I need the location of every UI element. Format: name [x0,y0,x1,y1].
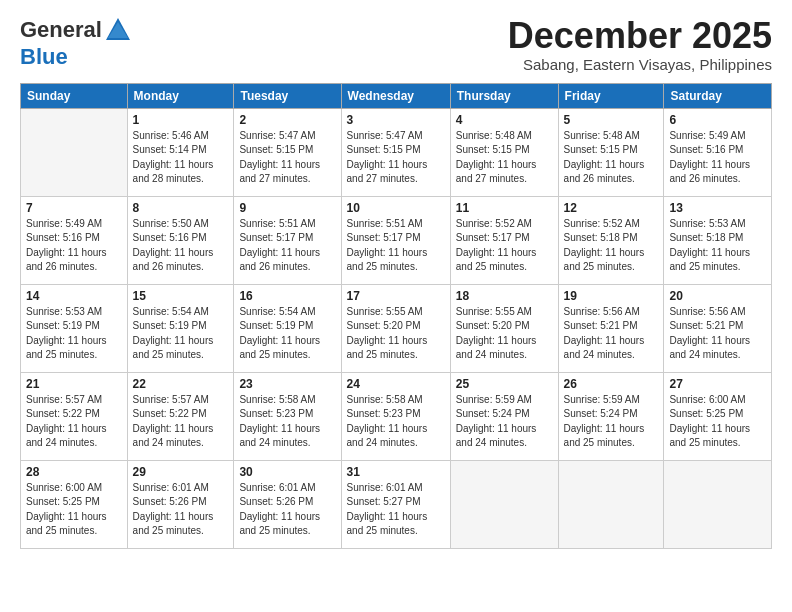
subtitle: Sabang, Eastern Visayas, Philippines [508,56,772,73]
calendar-cell: 3Sunrise: 5:47 AM Sunset: 5:15 PM Daylig… [341,108,450,196]
day-detail: Sunrise: 5:51 AM Sunset: 5:17 PM Dayligh… [347,217,445,275]
day-number: 31 [347,465,445,479]
weekday-header-sunday: Sunday [21,83,128,108]
calendar-cell [558,460,664,548]
day-detail: Sunrise: 5:54 AM Sunset: 5:19 PM Dayligh… [133,305,229,363]
calendar-week-row: 14Sunrise: 5:53 AM Sunset: 5:19 PM Dayli… [21,284,772,372]
logo-general-text: General [20,19,102,41]
day-detail: Sunrise: 5:55 AM Sunset: 5:20 PM Dayligh… [456,305,553,363]
day-number: 24 [347,377,445,391]
calendar-week-row: 7Sunrise: 5:49 AM Sunset: 5:16 PM Daylig… [21,196,772,284]
day-detail: Sunrise: 5:51 AM Sunset: 5:17 PM Dayligh… [239,217,335,275]
day-detail: Sunrise: 5:57 AM Sunset: 5:22 PM Dayligh… [26,393,122,451]
weekday-header-row: SundayMondayTuesdayWednesdayThursdayFrid… [21,83,772,108]
day-number: 20 [669,289,766,303]
day-number: 14 [26,289,122,303]
day-number: 15 [133,289,229,303]
day-number: 4 [456,113,553,127]
calendar-cell: 5Sunrise: 5:48 AM Sunset: 5:15 PM Daylig… [558,108,664,196]
day-detail: Sunrise: 5:59 AM Sunset: 5:24 PM Dayligh… [456,393,553,451]
calendar-cell [21,108,128,196]
calendar-cell [664,460,772,548]
calendar-cell [450,460,558,548]
calendar-cell: 30Sunrise: 6:01 AM Sunset: 5:26 PM Dayli… [234,460,341,548]
day-number: 3 [347,113,445,127]
day-number: 29 [133,465,229,479]
title-block: December 2025 Sabang, Eastern Visayas, P… [508,16,772,73]
logo: General Blue [20,16,132,70]
day-detail: Sunrise: 5:49 AM Sunset: 5:16 PM Dayligh… [26,217,122,275]
calendar-cell: 17Sunrise: 5:55 AM Sunset: 5:20 PM Dayli… [341,284,450,372]
calendar-cell: 10Sunrise: 5:51 AM Sunset: 5:17 PM Dayli… [341,196,450,284]
calendar-cell: 25Sunrise: 5:59 AM Sunset: 5:24 PM Dayli… [450,372,558,460]
day-detail: Sunrise: 5:50 AM Sunset: 5:16 PM Dayligh… [133,217,229,275]
weekday-header-monday: Monday [127,83,234,108]
day-detail: Sunrise: 5:57 AM Sunset: 5:22 PM Dayligh… [133,393,229,451]
day-detail: Sunrise: 6:00 AM Sunset: 5:25 PM Dayligh… [669,393,766,451]
day-detail: Sunrise: 5:49 AM Sunset: 5:16 PM Dayligh… [669,129,766,187]
calendar-cell: 9Sunrise: 5:51 AM Sunset: 5:17 PM Daylig… [234,196,341,284]
calendar-cell: 28Sunrise: 6:00 AM Sunset: 5:25 PM Dayli… [21,460,128,548]
calendar-cell: 2Sunrise: 5:47 AM Sunset: 5:15 PM Daylig… [234,108,341,196]
day-number: 5 [564,113,659,127]
calendar-week-row: 21Sunrise: 5:57 AM Sunset: 5:22 PM Dayli… [21,372,772,460]
day-detail: Sunrise: 5:52 AM Sunset: 5:18 PM Dayligh… [564,217,659,275]
calendar-cell: 15Sunrise: 5:54 AM Sunset: 5:19 PM Dayli… [127,284,234,372]
day-number: 19 [564,289,659,303]
day-number: 2 [239,113,335,127]
day-detail: Sunrise: 5:56 AM Sunset: 5:21 PM Dayligh… [669,305,766,363]
day-number: 22 [133,377,229,391]
day-number: 17 [347,289,445,303]
day-detail: Sunrise: 6:00 AM Sunset: 5:25 PM Dayligh… [26,481,122,539]
calendar-cell: 13Sunrise: 5:53 AM Sunset: 5:18 PM Dayli… [664,196,772,284]
day-detail: Sunrise: 5:54 AM Sunset: 5:19 PM Dayligh… [239,305,335,363]
calendar-cell: 6Sunrise: 5:49 AM Sunset: 5:16 PM Daylig… [664,108,772,196]
calendar-cell: 21Sunrise: 5:57 AM Sunset: 5:22 PM Dayli… [21,372,128,460]
calendar-cell: 27Sunrise: 6:00 AM Sunset: 5:25 PM Dayli… [664,372,772,460]
calendar-cell: 18Sunrise: 5:55 AM Sunset: 5:20 PM Dayli… [450,284,558,372]
logo-blue-text: Blue [20,44,68,69]
day-number: 10 [347,201,445,215]
weekday-header-tuesday: Tuesday [234,83,341,108]
weekday-header-saturday: Saturday [664,83,772,108]
day-detail: Sunrise: 5:52 AM Sunset: 5:17 PM Dayligh… [456,217,553,275]
calendar-cell: 20Sunrise: 5:56 AM Sunset: 5:21 PM Dayli… [664,284,772,372]
logo-icon [104,16,132,44]
day-detail: Sunrise: 5:47 AM Sunset: 5:15 PM Dayligh… [239,129,335,187]
calendar-cell: 19Sunrise: 5:56 AM Sunset: 5:21 PM Dayli… [558,284,664,372]
day-number: 26 [564,377,659,391]
day-detail: Sunrise: 6:01 AM Sunset: 5:26 PM Dayligh… [239,481,335,539]
day-number: 9 [239,201,335,215]
day-detail: Sunrise: 5:56 AM Sunset: 5:21 PM Dayligh… [564,305,659,363]
day-number: 11 [456,201,553,215]
calendar-cell: 26Sunrise: 5:59 AM Sunset: 5:24 PM Dayli… [558,372,664,460]
calendar-cell: 8Sunrise: 5:50 AM Sunset: 5:16 PM Daylig… [127,196,234,284]
day-number: 13 [669,201,766,215]
day-detail: Sunrise: 5:46 AM Sunset: 5:14 PM Dayligh… [133,129,229,187]
day-detail: Sunrise: 5:48 AM Sunset: 5:15 PM Dayligh… [456,129,553,187]
calendar-cell: 1Sunrise: 5:46 AM Sunset: 5:14 PM Daylig… [127,108,234,196]
day-detail: Sunrise: 5:47 AM Sunset: 5:15 PM Dayligh… [347,129,445,187]
calendar-cell: 14Sunrise: 5:53 AM Sunset: 5:19 PM Dayli… [21,284,128,372]
day-detail: Sunrise: 5:58 AM Sunset: 5:23 PM Dayligh… [347,393,445,451]
calendar-cell: 31Sunrise: 6:01 AM Sunset: 5:27 PM Dayli… [341,460,450,548]
day-detail: Sunrise: 6:01 AM Sunset: 5:27 PM Dayligh… [347,481,445,539]
calendar-cell: 24Sunrise: 5:58 AM Sunset: 5:23 PM Dayli… [341,372,450,460]
calendar-cell: 23Sunrise: 5:58 AM Sunset: 5:23 PM Dayli… [234,372,341,460]
calendar-cell: 11Sunrise: 5:52 AM Sunset: 5:17 PM Dayli… [450,196,558,284]
day-number: 25 [456,377,553,391]
calendar-week-row: 1Sunrise: 5:46 AM Sunset: 5:14 PM Daylig… [21,108,772,196]
day-number: 18 [456,289,553,303]
day-detail: Sunrise: 5:58 AM Sunset: 5:23 PM Dayligh… [239,393,335,451]
day-detail: Sunrise: 5:53 AM Sunset: 5:19 PM Dayligh… [26,305,122,363]
day-number: 23 [239,377,335,391]
calendar-cell: 29Sunrise: 6:01 AM Sunset: 5:26 PM Dayli… [127,460,234,548]
day-detail: Sunrise: 5:55 AM Sunset: 5:20 PM Dayligh… [347,305,445,363]
weekday-header-wednesday: Wednesday [341,83,450,108]
month-title: December 2025 [508,16,772,56]
calendar-cell: 12Sunrise: 5:52 AM Sunset: 5:18 PM Dayli… [558,196,664,284]
weekday-header-thursday: Thursday [450,83,558,108]
calendar-table: SundayMondayTuesdayWednesdayThursdayFrid… [20,83,772,549]
day-detail: Sunrise: 5:59 AM Sunset: 5:24 PM Dayligh… [564,393,659,451]
day-detail: Sunrise: 5:48 AM Sunset: 5:15 PM Dayligh… [564,129,659,187]
